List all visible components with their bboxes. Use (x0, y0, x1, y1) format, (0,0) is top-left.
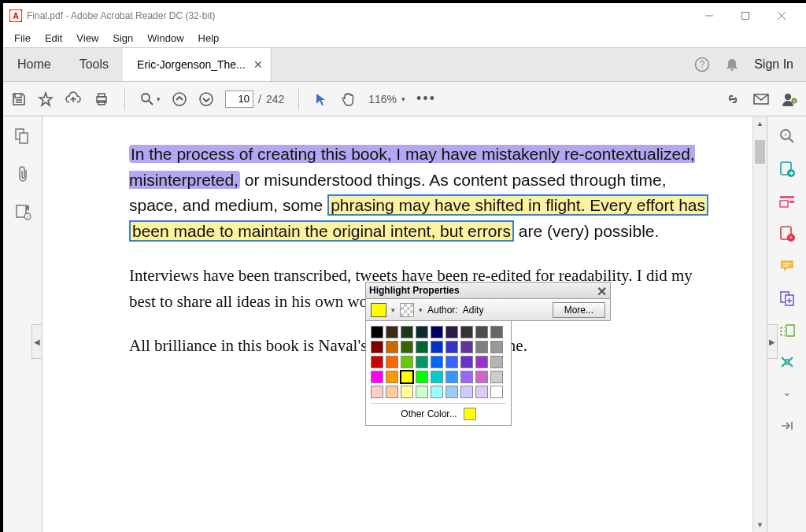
color-cell[interactable] (371, 341, 383, 353)
color-cell[interactable] (386, 341, 398, 353)
more-tools-icon[interactable]: ••• (416, 91, 436, 107)
color-cell[interactable] (431, 326, 443, 338)
color-cell[interactable] (431, 371, 443, 383)
scroll-up-icon[interactable]: ▲ (753, 116, 767, 131)
right-pane-collapse[interactable]: ▶ (767, 324, 778, 359)
edit-pdf-icon[interactable] (778, 194, 796, 209)
page-down-icon[interactable] (198, 91, 214, 107)
color-cell[interactable] (416, 386, 428, 398)
tab-close-icon[interactable]: ✕ (253, 58, 263, 71)
color-cell[interactable] (401, 356, 413, 368)
vertical-scrollbar[interactable]: ▲ ▼ (752, 116, 767, 532)
popup-titlebar[interactable]: Highlight Properties ✕ (365, 282, 611, 299)
color-cell[interactable] (460, 371, 473, 383)
color-cell[interactable] (401, 326, 413, 338)
color-cell[interactable] (416, 371, 428, 383)
more-button[interactable]: More... (553, 302, 605, 318)
color-cell[interactable] (446, 356, 458, 368)
color-cell[interactable] (460, 356, 473, 368)
share-people-icon[interactable]: + (781, 91, 798, 107)
window-close-button[interactable] (763, 3, 800, 28)
other-color-swatch[interactable] (464, 408, 476, 420)
comment-icon[interactable] (778, 258, 796, 274)
color-cell[interactable] (371, 386, 383, 398)
page-number-input[interactable] (225, 91, 253, 108)
color-cell[interactable] (416, 341, 428, 353)
menu-sign[interactable]: Sign (106, 31, 139, 46)
menu-file[interactable]: File (8, 31, 37, 46)
print-icon[interactable] (93, 91, 110, 107)
color-cell[interactable] (371, 371, 383, 383)
color-cell[interactable] (446, 386, 458, 398)
document-view[interactable]: In the process of creating this book, I … (43, 116, 767, 532)
color-cell[interactable] (371, 356, 383, 368)
color-cell[interactable] (490, 326, 503, 338)
chevron-down-icon[interactable]: ⌄ (782, 386, 792, 398)
color-cell[interactable] (490, 356, 503, 368)
page-up-icon[interactable] (172, 91, 187, 107)
color-dropdown-icon[interactable]: ▾ (391, 306, 395, 314)
menu-help[interactable]: Help (192, 31, 226, 46)
color-cell[interactable] (475, 326, 488, 338)
color-cell[interactable] (446, 371, 458, 383)
share-link-icon[interactable] (724, 91, 741, 107)
color-cell[interactable] (416, 356, 428, 368)
tab-home[interactable]: Home (3, 48, 65, 81)
color-cell[interactable] (416, 326, 428, 338)
create-pdf-icon[interactable]: + (778, 225, 796, 242)
sign-in-button[interactable]: Sign In (754, 57, 793, 72)
color-cell[interactable] (386, 386, 398, 398)
opacity-dropdown-icon[interactable]: ▾ (419, 306, 423, 314)
color-cell[interactable] (460, 326, 473, 338)
save-icon[interactable] (11, 91, 27, 107)
color-cell[interactable] (401, 386, 413, 398)
export-pdf-icon[interactable] (778, 161, 796, 178)
cloud-upload-icon[interactable] (65, 91, 82, 107)
star-icon[interactable] (38, 91, 54, 107)
opacity-icon[interactable] (400, 303, 414, 317)
color-cell[interactable] (490, 341, 503, 353)
color-cell[interactable] (431, 356, 443, 368)
color-cell[interactable] (475, 341, 488, 353)
scroll-down-icon[interactable]: ▼ (753, 518, 767, 532)
color-cell[interactable] (490, 386, 503, 398)
color-cell[interactable] (475, 356, 488, 368)
thumbnails-icon[interactable] (14, 127, 31, 145)
color-cell[interactable] (460, 341, 473, 353)
combine-files-icon[interactable] (778, 290, 796, 307)
tab-tools[interactable]: Tools (65, 48, 123, 81)
color-cell[interactable] (431, 386, 443, 398)
color-cell[interactable] (401, 371, 413, 383)
window-minimize-button[interactable] (691, 3, 727, 28)
other-color-label[interactable]: Other Color... (401, 408, 457, 419)
selection-tool-icon[interactable] (313, 91, 329, 107)
color-swatch-current[interactable] (371, 303, 386, 317)
hand-tool-icon[interactable] (340, 91, 357, 108)
compress-pdf-icon[interactable] (778, 354, 796, 370)
search-tool-icon[interactable]: + (778, 127, 796, 145)
find-icon[interactable]: ▾ (139, 91, 161, 107)
notifications-icon[interactable] (724, 57, 740, 72)
help-icon[interactable]: ? (694, 57, 710, 72)
collapse-right-icon[interactable] (780, 420, 794, 431)
color-cell[interactable] (431, 341, 443, 353)
color-cell[interactable] (386, 326, 398, 338)
menu-edit[interactable]: Edit (39, 31, 68, 46)
zoom-level[interactable]: 116%▾ (368, 93, 405, 105)
bookmarks-icon[interactable]: i (14, 203, 31, 220)
scrollbar-thumb[interactable] (755, 140, 765, 164)
attachments-icon[interactable] (15, 165, 31, 183)
color-cell[interactable] (446, 341, 458, 353)
color-cell[interactable] (490, 371, 503, 383)
left-pane-collapse[interactable]: ◀ (31, 324, 43, 359)
window-maximize-button[interactable] (727, 3, 763, 28)
tab-document[interactable]: Eric-Jorgenson_The... ✕ (123, 48, 272, 81)
color-cell[interactable] (386, 356, 398, 368)
email-icon[interactable] (752, 92, 770, 106)
color-cell[interactable] (446, 326, 458, 338)
color-cell[interactable] (386, 371, 398, 383)
color-cell[interactable] (475, 371, 488, 383)
organize-pages-icon[interactable] (778, 323, 796, 338)
color-cell[interactable] (401, 341, 413, 353)
menu-view[interactable]: View (70, 31, 105, 46)
